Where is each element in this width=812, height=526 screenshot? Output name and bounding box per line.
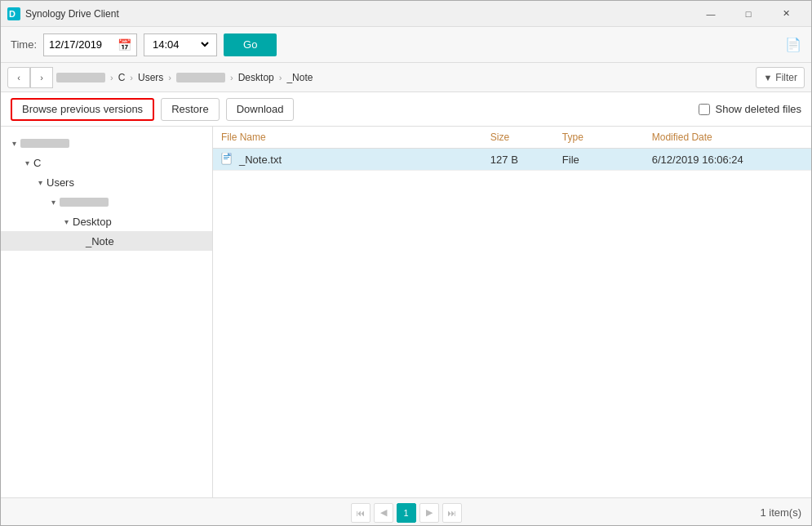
app-logo: D (7, 7, 20, 20)
file-panel: File Name Size Type Modified Date (213, 127, 811, 497)
minimize-button[interactable]: — (692, 1, 730, 27)
first-page-button[interactable]: ⏮ (351, 503, 371, 523)
download-button[interactable]: Download (226, 98, 295, 121)
filename-text: _Note.txt (239, 154, 282, 166)
next-page-button[interactable]: ▶ (419, 503, 439, 523)
breadcrumb-bar: ‹ › › C › Users › › Desktop › _Note ▼ Fi… (1, 63, 811, 92)
last-page-button[interactable]: ⏭ (442, 503, 462, 523)
prev-page-button[interactable]: ◀ (374, 503, 393, 523)
cell-modified: 6/12/2019 16:06:24 (644, 149, 811, 171)
col-modified[interactable]: Modified Date (644, 127, 811, 149)
breadcrumb: › C › Users › › Desktop › _Note (53, 72, 756, 83)
tree-label-user-blurred (60, 198, 109, 207)
breadcrumb-desktop[interactable]: Desktop (235, 72, 277, 83)
close-button[interactable]: ✕ (767, 1, 805, 27)
app-title: Synology Drive Client (25, 8, 692, 20)
window-controls: — □ ✕ (692, 1, 805, 27)
tree-label-users: Users (47, 176, 212, 189)
toolbar: Time: 📅 14:04 Go 📄 (1, 27, 811, 63)
time-dropdown-wrapper: 14:04 (144, 33, 217, 56)
date-input-wrapper: 📅 (43, 33, 137, 56)
action-bar: Browse previous versions Restore Downloa… (1, 92, 811, 127)
col-type[interactable]: Type (554, 127, 644, 149)
show-deleted-wrapper: Show deleted files (699, 103, 801, 115)
tree-item-user[interactable]: ▾ (1, 192, 212, 212)
time-select[interactable]: 14:04 (149, 38, 211, 51)
breadcrumb-root[interactable] (53, 72, 109, 83)
show-deleted-checkbox[interactable] (699, 104, 710, 115)
breadcrumb-c[interactable]: C (115, 72, 129, 83)
svg-rect-6 (224, 158, 228, 159)
breadcrumb-users[interactable]: Users (135, 72, 166, 83)
show-deleted-label[interactable]: Show deleted files (715, 103, 801, 115)
col-filename[interactable]: File Name (213, 127, 482, 149)
table-row[interactable]: _Note.txt 127 B File 6/12/2019 16:06:24 (213, 149, 811, 171)
col-size[interactable]: Size (482, 127, 554, 149)
maximize-button[interactable]: □ (730, 1, 767, 27)
tree-toggle-root: ▾ (7, 139, 20, 148)
browse-previous-versions-button[interactable]: Browse previous versions (11, 98, 154, 121)
main-content: ▾ ▾ C ▾ Users ▾ ▾ Desktop _Note (1, 127, 811, 497)
cell-filename: _Note.txt (213, 149, 482, 171)
tree-toggle-c: ▾ (20, 158, 33, 167)
forward-button[interactable]: › (30, 67, 53, 88)
date-input[interactable] (49, 38, 114, 51)
filter-icon: ▼ (763, 73, 772, 82)
notes-icon[interactable]: 📄 (785, 37, 801, 52)
svg-text:D: D (9, 9, 16, 19)
tree-item-c[interactable]: ▾ C (1, 153, 212, 172)
title-bar: D Synology Drive Client — □ ✕ (1, 1, 811, 27)
tree-item-users[interactable]: ▾ Users (1, 172, 212, 192)
cell-size: 127 B (482, 149, 554, 171)
svg-rect-5 (224, 157, 229, 158)
filter-button[interactable]: ▼ Filter (756, 67, 805, 88)
tree-label-c: C (33, 157, 212, 169)
calendar-icon[interactable]: 📅 (118, 38, 131, 51)
page-1-button[interactable]: 1 (397, 503, 416, 523)
tree-toggle-users: ▾ (33, 178, 47, 187)
tree-item-root[interactable]: ▾ (1, 133, 212, 153)
back-button[interactable]: ‹ (7, 67, 30, 88)
file-txt-icon (221, 153, 234, 166)
tree-label-root-blurred (20, 139, 69, 148)
go-button[interactable]: Go (224, 33, 277, 56)
time-label: Time: (11, 38, 37, 51)
tree-toggle-user: ▾ (47, 198, 60, 207)
tree-panel: ▾ ▾ C ▾ Users ▾ ▾ Desktop _Note (1, 127, 213, 497)
tree-item-note[interactable]: _Note (1, 231, 212, 251)
file-table: File Name Size Type Modified Date (213, 127, 811, 171)
restore-button[interactable]: Restore (161, 98, 220, 121)
tree-item-desktop[interactable]: ▾ Desktop (1, 212, 212, 231)
tree-label-desktop: Desktop (73, 216, 212, 228)
tree-label-note: _Note (86, 235, 212, 247)
tree-toggle-desktop: ▾ (60, 217, 73, 226)
items-count: 1 item(s) (760, 506, 801, 519)
cell-type: File (554, 149, 644, 171)
breadcrumb-note[interactable]: _Note (283, 72, 316, 83)
pagination-bar: ⏮ ◀ 1 ▶ ⏭ 1 item(s) (1, 497, 811, 526)
breadcrumb-user[interactable] (173, 72, 229, 83)
